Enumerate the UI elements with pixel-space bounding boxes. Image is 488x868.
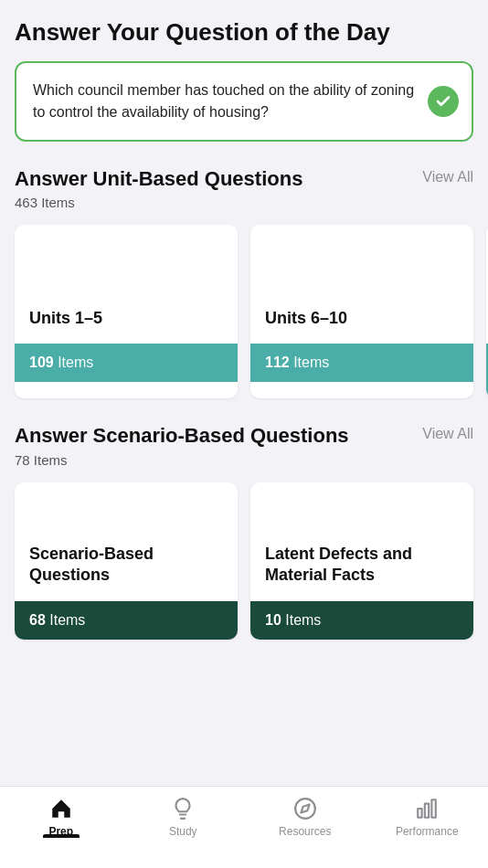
- scenario-card-1[interactable]: Scenario-Based Questions 68 Items: [15, 482, 238, 640]
- svg-rect-2: [419, 809, 422, 818]
- scenario-card-2-items: 10 Items: [265, 612, 321, 628]
- scenario-card-1-items: 68 Items: [29, 612, 85, 628]
- bar-chart-icon: [414, 796, 440, 821]
- unit-card-1-label: Units 1–5: [29, 308, 102, 329]
- nav-resources-label: Resources: [279, 825, 331, 838]
- scenario-card-1-label: Scenario-Based Questions: [29, 544, 223, 587]
- scenario-cards-row: Scenario-Based Questions 68 Items Latent…: [15, 482, 473, 640]
- nav-item-study[interactable]: Study: [151, 796, 215, 838]
- nav-study-label: Study: [169, 825, 197, 838]
- unit-view-all-button[interactable]: View All: [422, 169, 473, 185]
- nav-item-resources[interactable]: Resources: [273, 796, 337, 838]
- unit-card-1[interactable]: Units 1–5 109 Items: [15, 225, 238, 398]
- scenario-card-2[interactable]: Latent Defects and Material Facts 10 Ite…: [250, 482, 473, 640]
- unit-card-2[interactable]: Units 6–10 112 Items: [250, 225, 473, 398]
- svg-rect-3: [425, 804, 429, 818]
- nav-performance-label: Performance: [396, 825, 459, 838]
- page-title: Answer Your Question of the Day: [15, 18, 473, 47]
- bottom-nav: Prep Study Resources Perfor: [0, 786, 488, 868]
- scenario-view-all-button[interactable]: View All: [422, 426, 473, 442]
- svg-rect-4: [432, 799, 436, 818]
- compass-icon: [292, 796, 318, 821]
- unit-card-1-footer: 109 Items: [15, 344, 238, 382]
- scenario-section-title: Answer Scenario-Based Questions: [15, 424, 422, 448]
- qotd-card[interactable]: Which council member has touched on the …: [15, 61, 473, 142]
- scenario-card-1-footer: 68 Items: [15, 601, 238, 640]
- svg-point-0: [295, 799, 315, 819]
- nav-item-performance[interactable]: Performance: [395, 796, 459, 838]
- unit-card-2-footer: 112 Items: [250, 344, 473, 382]
- scenario-card-2-label: Latent Defects and Material Facts: [265, 544, 459, 587]
- qotd-text: Which council member has touched on the …: [33, 79, 426, 123]
- svg-marker-1: [301, 804, 309, 812]
- home-icon: [48, 796, 74, 821]
- qotd-check-icon: [428, 86, 459, 117]
- unit-section-count: 463 Items: [15, 195, 473, 210]
- unit-section-header: Answer Unit-Based Questions View All: [15, 167, 473, 191]
- unit-section-title: Answer Unit-Based Questions: [15, 167, 302, 191]
- lightbulb-icon: [170, 796, 196, 821]
- unit-cards-row: Units 1–5 109 Items Units 6–10 112 Items: [15, 225, 473, 398]
- nav-item-prep[interactable]: Prep: [29, 796, 93, 838]
- scenario-card-2-footer: 10 Items: [250, 601, 473, 640]
- unit-card-1-items: 109 Items: [29, 355, 93, 370]
- unit-card-2-label: Units 6–10: [265, 308, 347, 329]
- scenario-section-header: Answer Scenario-Based Questions View All: [15, 424, 473, 448]
- scenario-section-count: 78 Items: [15, 452, 473, 468]
- unit-card-2-items: 112 Items: [265, 355, 329, 370]
- nav-active-indicator: [43, 834, 80, 838]
